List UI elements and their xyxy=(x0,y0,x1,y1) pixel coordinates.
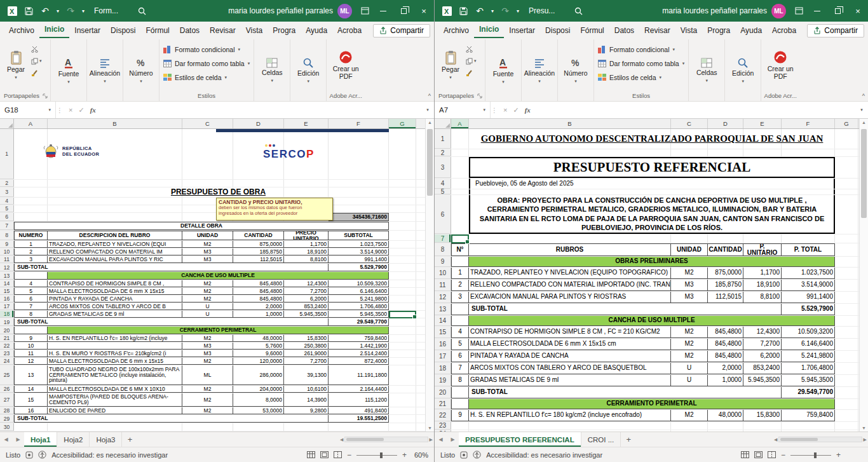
quick-access-chevron-icon[interactable]: ▾ xyxy=(79,0,88,22)
item-cell[interactable]: 7 xyxy=(14,303,48,310)
item-cell[interactable]: 1 xyxy=(451,268,469,279)
item-cell[interactable]: 7,2700 xyxy=(743,339,782,350)
normal-view-icon[interactable] xyxy=(741,451,749,458)
column-header-E[interactable]: E xyxy=(284,119,329,128)
row-header-11[interactable]: 11 xyxy=(0,256,14,263)
item-cell[interactable]: 11 xyxy=(14,350,48,357)
copy-button[interactable]: ▾ xyxy=(465,56,478,66)
item-cell[interactable]: 204,0000 xyxy=(233,386,284,393)
sheet-tab-3[interactable]: Hoja3 xyxy=(90,432,122,447)
scroll-up-icon[interactable]: ▲ xyxy=(860,120,868,125)
item-cell[interactable]: M2 xyxy=(182,280,233,287)
sheet-nav-prev-icon[interactable]: ◀ xyxy=(435,432,447,447)
subtotal-value[interactable]: 29.549,7700 xyxy=(782,387,835,398)
item-cell[interactable]: 2.164,4400 xyxy=(329,386,389,393)
item-cell[interactable]: 845,4800 xyxy=(708,339,743,350)
column-header-B[interactable]: B xyxy=(469,119,671,128)
total-value[interactable]: 345436,71600 xyxy=(329,213,389,221)
row-header-5[interactable]: 5 xyxy=(435,189,451,194)
restore-button[interactable] xyxy=(827,0,848,22)
cell[interactable] xyxy=(451,316,469,326)
row-header-13[interactable]: 13 xyxy=(0,272,14,280)
row-header-18[interactable]: 18 xyxy=(0,311,14,318)
table-header-cell[interactable]: DESCRIPCION DEL RUBRO xyxy=(48,231,182,240)
item-cell[interactable]: 11.191,1800 xyxy=(329,365,389,385)
item-cell[interactable]: 185,8750 xyxy=(708,280,743,291)
item-cell[interactable]: 250,3800 xyxy=(284,343,329,350)
item-cell[interactable]: 991,1400 xyxy=(329,256,389,263)
undo-icon[interactable]: ↶ xyxy=(37,0,53,22)
item-cell[interactable]: EXCAVACION MANUAL PARA PLINTOS Y RIOSTRA… xyxy=(469,292,671,303)
item-cell[interactable]: 5.945,3500 xyxy=(284,311,329,318)
row-header-11[interactable]: 11 xyxy=(435,280,451,291)
item-cell[interactable]: U xyxy=(182,303,233,310)
cell[interactable] xyxy=(451,399,469,409)
scroll-down-icon[interactable]: ▼ xyxy=(860,426,868,430)
redo-icon[interactable]: ↷ xyxy=(62,0,79,22)
item-cell[interactable]: 9,6000 xyxy=(233,350,284,357)
sheet-tab-1[interactable]: PRESUPUESTO REFERENCIAL xyxy=(459,432,581,447)
tab-archivo[interactable]: Archivo xyxy=(4,24,39,38)
tab-disposicion[interactable]: Disposi xyxy=(540,24,575,38)
cell[interactable] xyxy=(451,129,469,149)
item-cell[interactable]: M2 xyxy=(182,407,233,414)
row-header-12[interactable]: 12 xyxy=(0,264,14,271)
row-header-3[interactable]: 3 xyxy=(435,157,451,178)
save-icon[interactable] xyxy=(20,0,37,22)
table-header-cell[interactable]: PRECIO UNITARIO xyxy=(284,231,329,240)
item-cell[interactable]: 120,0000 xyxy=(233,358,284,365)
page-layout-view-icon[interactable] xyxy=(320,451,329,458)
item-cell[interactable]: 875,0000 xyxy=(233,241,284,248)
item-cell[interactable]: M3 xyxy=(182,350,233,357)
section-header-cell[interactable]: CERRAMIENTO PERIMETRAL xyxy=(469,399,835,409)
column-header-D[interactable]: D xyxy=(708,119,743,128)
cell-styles-button[interactable]: Estilos de celda ▾ xyxy=(595,71,687,84)
column-header-F[interactable]: F xyxy=(329,119,389,128)
item-cell[interactable]: 1.023,7500 xyxy=(329,241,389,248)
item-cell[interactable]: EXCAVACION MANUAL PARA PLINTOS Y RIC xyxy=(48,256,182,263)
selected-cell[interactable] xyxy=(451,234,469,243)
select-all-corner[interactable] xyxy=(0,119,14,128)
zoom-slider-thumb[interactable] xyxy=(814,452,817,458)
tab-disposicion[interactable]: Disposi xyxy=(105,24,140,38)
item-cell[interactable]: CONTRAPISO DE HORMIGON SIMPLE 8 CM , FC … xyxy=(469,327,671,338)
avatar[interactable]: ML xyxy=(771,4,786,18)
row-header-15[interactable]: 15 xyxy=(435,327,451,338)
gad-title-cell[interactable]: GOBIERNO AUTONOMO DESCENTRALIZADO PARROQ… xyxy=(469,129,835,149)
item-cell[interactable]: M2 xyxy=(182,288,233,295)
tab-formulas[interactable]: Fórmul xyxy=(575,24,609,38)
item-cell[interactable]: 48,0000 xyxy=(708,410,743,421)
item-cell[interactable]: 845,4800 xyxy=(708,351,743,362)
row-header-16[interactable]: 16 xyxy=(0,296,14,302)
row-header-29[interactable]: 29 xyxy=(0,415,14,423)
number-button[interactable]: % Número ▾ xyxy=(559,40,592,101)
accessibility-icon[interactable] xyxy=(473,451,481,459)
item-cell[interactable]: PINTADA Y RAYADA DE CANCHA xyxy=(469,351,671,362)
item-cell[interactable]: MALLA ELECTROSOLDADA DE 6 mm X 15x15 cm xyxy=(469,339,671,350)
item-cell[interactable]: PINTADA Y RAYADA DE CANCHA xyxy=(48,296,182,302)
item-cell[interactable]: H. S. EN REPLANTILLO f'c= 180 kg/cm2 (in… xyxy=(469,410,671,421)
tab-ayuda[interactable]: Ayuda xyxy=(301,24,332,38)
avatar[interactable]: ML xyxy=(337,4,352,18)
sheet-tab-1[interactable]: Hoja1 xyxy=(24,432,57,447)
item-cell[interactable]: 3.514,9000 xyxy=(329,248,389,255)
cell[interactable] xyxy=(451,189,469,194)
item-cell[interactable]: 13 xyxy=(14,365,48,385)
sheet-nav-next-icon[interactable]: ▶ xyxy=(12,432,24,447)
item-cell[interactable]: 6.146,6400 xyxy=(782,339,835,350)
subtotal-value[interactable]: 29.549,7700 xyxy=(329,318,389,326)
item-cell[interactable]: 1.706,4800 xyxy=(782,363,835,374)
row-header-1[interactable]: 1 xyxy=(0,129,14,179)
cut-button[interactable] xyxy=(465,44,478,54)
formula-bar-splitter[interactable]: ⋮ xyxy=(491,102,498,118)
item-cell[interactable]: MALLA ELECTROSOLDADA DE 6 mm X 15x15 xyxy=(48,288,182,295)
column-header-F[interactable]: F xyxy=(782,119,835,128)
item-cell[interactable]: 5.945,3500 xyxy=(329,311,389,318)
cell[interactable] xyxy=(451,387,469,398)
conditional-formatting-button[interactable]: Formato condicional ▾ xyxy=(595,43,687,56)
row-header-22[interactable]: 22 xyxy=(0,343,14,350)
row-header-3[interactable]: 3 xyxy=(0,187,14,197)
item-cell[interactable]: 2.514,2400 xyxy=(329,350,389,357)
minimize-button[interactable] xyxy=(373,0,393,22)
cut-button[interactable] xyxy=(30,44,43,54)
